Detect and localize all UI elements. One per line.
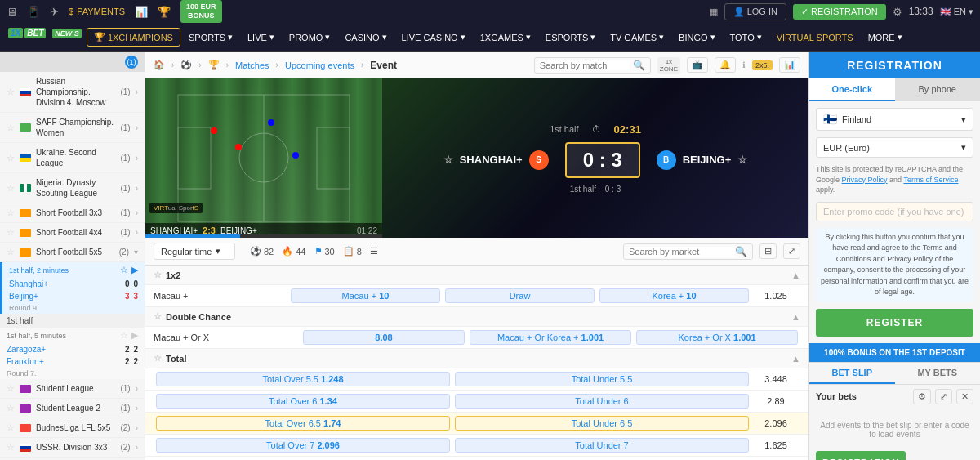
language-selector[interactable]: 🇬🇧 EN ▾ [940, 7, 973, 17]
login-button[interactable]: 👤 LOG IN [724, 3, 786, 20]
right-sidebar: REGISTRATION One-click By phone 🇫🇮 Finla… [808, 52, 980, 460]
stream-icon[interactable]: ▶ [131, 330, 138, 341]
odds-btn-macau[interactable]: Macau + 10 [291, 288, 440, 303]
promo-code-input[interactable]: Enter promo code (if you have one) [816, 202, 973, 221]
league-name: Nigeria. Dynasty Scouting League [36, 177, 115, 199]
logo[interactable]: 1XBET NEW S [7, 27, 82, 48]
nav-item-1xchampions[interactable]: 🏆 1XCHAMPIONS [87, 28, 180, 47]
search-by-match-input[interactable] [540, 60, 630, 70]
star-active-icon[interactable]: ☆ [120, 265, 128, 275]
nav-item-casino[interactable]: CASINO ▾ [338, 29, 393, 46]
odds-btn-macau-orx[interactable]: 8.08 [303, 330, 465, 345]
register-main-button[interactable]: REGISTER [816, 309, 973, 337]
odds-section-header-double[interactable]: ☆ Double Chance ▲ [145, 307, 808, 326]
star-icon: ☆ [154, 353, 162, 364]
tab-by-phone[interactable]: By phone [895, 78, 981, 101]
tv-icon-button[interactable]: 📺 [687, 57, 708, 73]
sidebar-item-russian-championship[interactable]: ☆ Russian Championship. Division 4. Mosc… [0, 72, 145, 113]
bet-slip-register-button[interactable]: REGISTRATION [816, 451, 906, 460]
nav-item-tv-games[interactable]: TV GAMES ▾ [604, 29, 670, 46]
tab-bet-slip[interactable]: BET SLIP [809, 363, 895, 384]
nav-item-bingo[interactable]: BINGO ▾ [672, 29, 721, 46]
matches-tab[interactable]: Matches [235, 60, 270, 70]
bell-icon-button[interactable]: 🔔 [715, 57, 736, 73]
sidebar-item-short-4x4[interactable]: ☆ Short Football 4x4 (1) › [0, 223, 145, 243]
tab-one-click[interactable]: One-click [809, 78, 895, 101]
event-tab[interactable]: Event [370, 60, 397, 71]
odds-btn-over-65[interactable]: Total Over 6.5 1.74 [156, 416, 450, 431]
nav-item-1xgames[interactable]: 1XGAMES ▾ [474, 29, 537, 46]
register-button[interactable]: ✓ REGISTRATION [793, 4, 886, 20]
period-selector[interactable]: Regular time ▾ [154, 243, 235, 260]
nav-item-more[interactable]: MORE ▾ [862, 29, 909, 46]
team-right-display: B BEIJING+ ☆ [657, 150, 748, 170]
league-link[interactable]: 🏆 [208, 60, 220, 70]
sidebar-item-short-5x5[interactable]: ☆ Short Football 5x5 (2) ▾ [0, 243, 145, 262]
odds-btn-under-7[interactable]: Total Under 7 [455, 438, 749, 453]
close-icon-button[interactable]: ✕ [956, 389, 973, 404]
nav-item-live-casino[interactable]: LIVE CASINO ▾ [395, 29, 472, 46]
nav-item-live[interactable]: LIVE ▾ [241, 29, 281, 46]
registration-body: 🇫🇮 Finland ▾ EUR (Euro) ▾ This site is p… [809, 101, 980, 343]
odds-btn-korea-orx[interactable]: Korea + Or X 1.001 [636, 330, 798, 345]
view-toggle-button[interactable]: ⊞ [760, 243, 777, 259]
odds-btn-macau-orkorea[interactable]: Macau + Or Korea + 1.001 [470, 330, 631, 345]
search-by-match[interactable]: 🔍 [534, 57, 651, 74]
market-search[interactable]: 🔍 [623, 243, 753, 260]
upcoming-events-tab[interactable]: Upcoming events [285, 60, 354, 70]
odds-btn-draw[interactable]: Draw [445, 288, 595, 303]
monitor-icon[interactable]: 🖥 [7, 6, 17, 18]
chart-bar-icon-button[interactable]: 📊 [779, 57, 800, 73]
payments-button[interactable]: $ PAYMENTS [69, 7, 125, 16]
chart-icon[interactable]: 📊 [135, 6, 148, 18]
currency-selector[interactable]: EUR (Euro) ▾ [816, 137, 973, 158]
fullscreen-button[interactable]: ⤢ [783, 243, 800, 259]
nav-item-virtual-sports[interactable]: VIRTUAL SPORTS [770, 29, 860, 46]
odds-btn-under-55[interactable]: Total Under 5.5 [455, 372, 749, 386]
terms-link[interactable]: Terms of Service [903, 176, 958, 184]
sidebar-item-nigeria[interactable]: ☆ Nigeria. Dynasty Scouting League (1) › [0, 173, 145, 203]
odds-section-header-total[interactable]: ☆ Total ▲ [145, 349, 808, 368]
team-right-name: BEIJING+ [683, 154, 732, 166]
sidebar-item-short-3x3[interactable]: ☆ Short Football 3x3 (1) › [0, 203, 145, 223]
mobile-icon[interactable]: 📱 [27, 6, 40, 18]
sidebar-item-student[interactable]: ☆ Student League (1) › [0, 379, 145, 399]
expand-icon-button[interactable]: ⤢ [935, 389, 952, 404]
trophy-icon[interactable]: 🏆 [158, 6, 171, 18]
clock: 13:33 [909, 6, 933, 17]
star-icon: ☆ [154, 270, 162, 280]
odds-btn-over-55[interactable]: Total Over 5.5 1.248 [156, 372, 450, 386]
odds-row-total-75: Total Over 7.5 2.605 Total Under 7.5 1.4… [145, 456, 808, 460]
football-link[interactable]: ⚽ [180, 60, 192, 70]
sidebar-count-badge: (1) [125, 56, 138, 69]
odds-btn-over-7[interactable]: Total Over 7 2.096 [156, 438, 450, 453]
sidebar-item-ussr[interactable]: ☆ USSR. Division 3x3 (2) › [0, 438, 145, 458]
sidebar-item-ukraine[interactable]: ☆ Ukraine. Second League (1) › [0, 143, 145, 173]
nav-item-promo[interactable]: PROMO ▾ [283, 29, 337, 46]
nav-item-sports[interactable]: SPORTS ▾ [182, 29, 239, 46]
stream-icon[interactable]: ▶ [131, 265, 138, 275]
qr-icon[interactable]: ▦ [710, 7, 718, 17]
settings-icon-button[interactable]: ⚙ [913, 389, 931, 404]
telegram-icon[interactable]: ✈ [50, 6, 59, 18]
star-icon: ☆ [7, 208, 15, 218]
nav-item-toto[interactable]: TOTO ▾ [724, 29, 768, 46]
sidebar-item-saff[interactable]: ☆ SAFF Championship. Women (1) › [0, 113, 145, 143]
sidebar-item-student2[interactable]: ☆ Student League 2 (1) › [0, 399, 145, 418]
odds-btn-korea[interactable]: Korea + 10 [599, 288, 749, 303]
settings-icon[interactable]: ⚙ [893, 6, 902, 18]
privacy-policy-link[interactable]: Privacy Policy [842, 176, 888, 184]
market-search-input[interactable] [629, 247, 735, 257]
bonus-banner: 100% BONUS ON THE 1ST DEPOSIT [809, 343, 980, 362]
tab-my-bets[interactable]: MY BETS [895, 363, 981, 384]
odds-section-header-1x2[interactable]: ☆ 1x2 ▲ [145, 266, 808, 284]
bonus-badge[interactable]: 100 EUR BONUS [180, 0, 222, 23]
odds-btn-under-65[interactable]: Total Under 6.5 [455, 416, 749, 431]
odds-btn-under-6[interactable]: Total Under 6 [455, 394, 749, 409]
sidebar-item-budnes[interactable]: ☆ BudnesLiga LFL 5x5 (2) › [0, 418, 145, 438]
star-icon[interactable]: ☆ [120, 330, 128, 341]
country-selector[interactable]: 🇫🇮 Finland ▾ [816, 108, 973, 131]
nav-item-esports[interactable]: ESPORTS ▾ [539, 29, 602, 46]
odds-btn-over-6[interactable]: Total Over 6 1.34 [156, 394, 450, 409]
home-link[interactable]: 🏠 [154, 60, 165, 70]
